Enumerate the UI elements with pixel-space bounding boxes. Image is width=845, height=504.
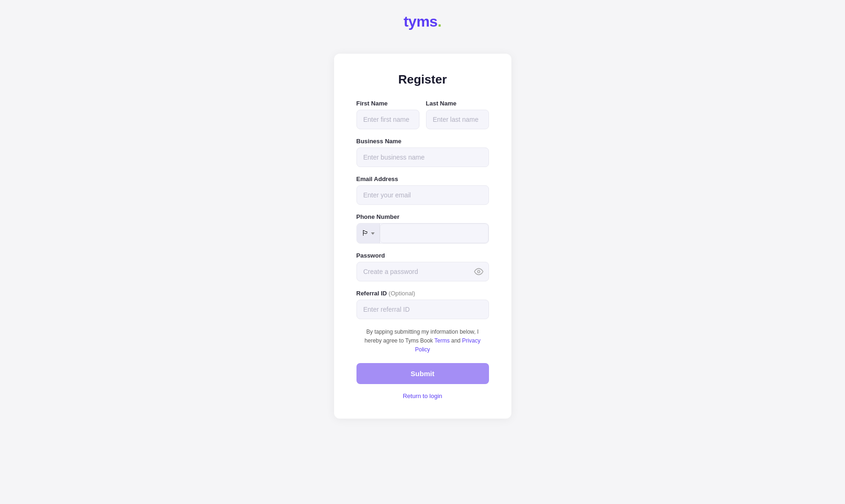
phone-input-wrapper: 🏳 [356,223,489,244]
flag-icon: 🏳 [362,229,369,238]
logo-text: tyms [404,13,438,30]
page-title: Register [356,72,489,87]
phone-group: Phone Number 🏳 [356,213,489,244]
referral-id-input[interactable] [356,300,489,319]
password-label: Password [356,252,489,259]
password-group: Password [356,252,489,281]
last-name-label: Last Name [426,100,489,107]
return-login-link[interactable]: Return to login [403,392,442,399]
terms-link[interactable]: Terms [434,337,450,344]
submit-button[interactable]: Submit [356,363,489,384]
first-name-label: First Name [356,100,419,107]
toggle-password-icon[interactable] [474,267,483,276]
return-login-wrapper: Return to login [356,392,489,400]
email-group: Email Address [356,175,489,205]
last-name-input[interactable] [426,110,489,129]
register-card: Register First Name Last Name Business N… [334,54,511,419]
logo-dot: . [438,13,441,30]
app-logo: tyms. [404,13,441,30]
name-row: First Name Last Name [356,100,489,129]
consent-text: By tapping submitting my information bel… [356,328,489,355]
password-input[interactable] [356,262,489,281]
first-name-group: First Name [356,100,419,129]
first-name-input[interactable] [356,110,419,129]
register-form: First Name Last Name Business Name Email… [356,100,489,400]
app-header: tyms. [0,0,845,40]
chevron-down-icon [371,232,375,235]
email-input[interactable] [356,185,489,205]
business-name-input[interactable] [356,147,489,167]
svg-point-0 [477,271,480,273]
referral-id-group: Referral ID (Optional) [356,290,489,319]
phone-number-input[interactable] [380,224,489,243]
business-name-group: Business Name [356,138,489,167]
email-label: Email Address [356,175,489,182]
phone-country-selector[interactable]: 🏳 [357,224,380,243]
last-name-group: Last Name [426,100,489,129]
phone-label: Phone Number [356,213,489,220]
referral-id-label: Referral ID (Optional) [356,290,489,297]
business-name-label: Business Name [356,138,489,145]
password-wrapper [356,262,489,281]
